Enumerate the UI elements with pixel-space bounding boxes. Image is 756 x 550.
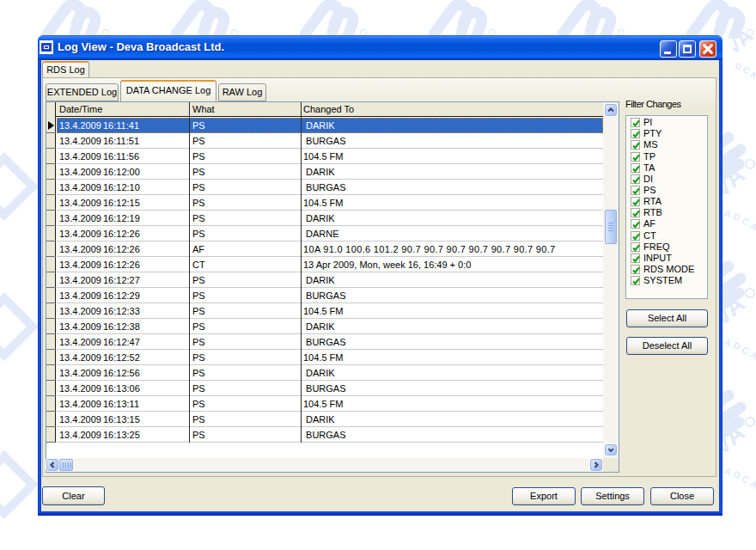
svg-text:VA: VA xyxy=(733,32,756,59)
